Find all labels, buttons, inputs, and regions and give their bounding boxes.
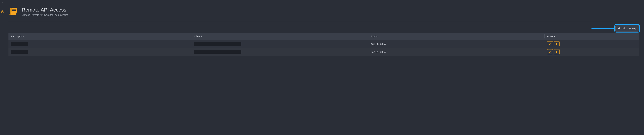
svg-rect-5 xyxy=(12,9,16,10)
column-header-client-id[interactable]: Client Id xyxy=(191,33,368,40)
api-keys-table: Description Client Id Expiry Actions Aug… xyxy=(8,33,639,56)
redacted-client-id xyxy=(194,50,241,54)
trash-icon xyxy=(556,51,558,53)
page-header: Remote API Access Manage Remote API Keys… xyxy=(8,0,644,22)
book-icon xyxy=(8,7,18,16)
add-api-key-button[interactable]: ✚ Add API Key xyxy=(615,25,639,32)
add-sidebar-button[interactable] xyxy=(0,10,4,14)
page-subtitle: Manage Remote API Keys for Loome Assist. xyxy=(22,14,68,16)
expiry-cell: Aug 30, 2024 xyxy=(368,40,544,48)
svg-rect-6 xyxy=(12,10,16,11)
plus-circle-icon xyxy=(1,10,4,14)
delete-button[interactable] xyxy=(554,49,560,54)
add-api-key-label: Add API Key xyxy=(622,27,636,30)
annotation-arrow xyxy=(592,27,618,30)
redacted-client-id xyxy=(194,42,241,46)
expand-sidebar-button[interactable] xyxy=(0,1,4,5)
redacted-description xyxy=(11,50,28,54)
sidebar xyxy=(0,0,5,135)
edit-button[interactable] xyxy=(547,41,553,46)
toolbar: ✚ Add API Key xyxy=(8,25,644,32)
plus-icon: ✚ xyxy=(618,27,620,30)
page-title: Remote API Access xyxy=(22,7,68,13)
main-content: Remote API Access Manage Remote API Keys… xyxy=(5,0,644,135)
expiry-cell: Sep 21, 2024 xyxy=(368,48,544,56)
table-row: Aug 30, 2024 xyxy=(8,40,639,48)
trash-icon xyxy=(556,43,558,45)
pencil-icon xyxy=(549,43,551,45)
chevron-double-right-icon xyxy=(1,2,4,4)
delete-button[interactable] xyxy=(554,41,560,46)
column-header-actions: Actions xyxy=(544,33,639,40)
redacted-description xyxy=(11,42,28,46)
table-row: Sep 21, 2024 xyxy=(8,48,639,56)
column-header-expiry[interactable]: Expiry xyxy=(368,33,544,40)
pencil-icon xyxy=(549,51,551,53)
column-header-description[interactable]: Description xyxy=(8,33,191,40)
edit-button[interactable] xyxy=(547,49,553,54)
